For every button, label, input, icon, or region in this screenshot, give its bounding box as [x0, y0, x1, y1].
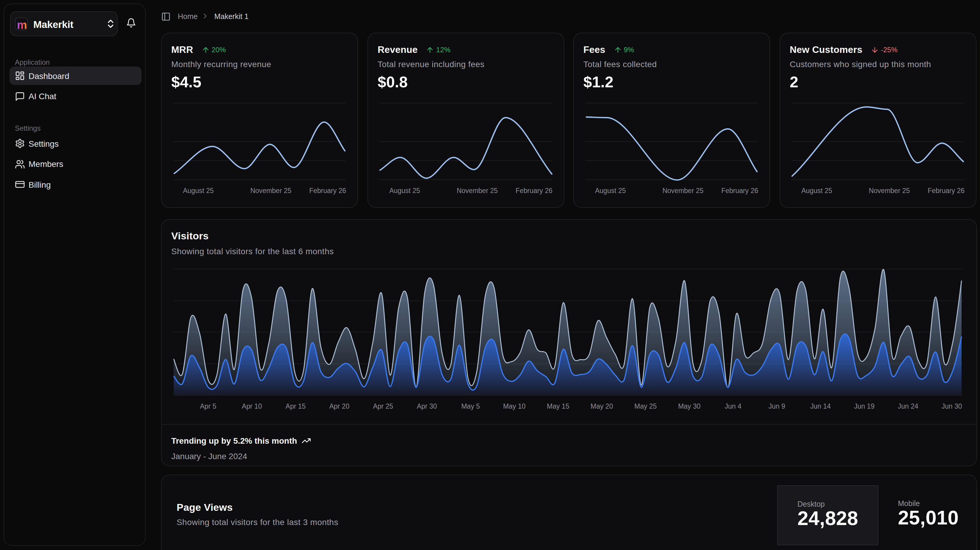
svg-text:m: m — [17, 19, 27, 30]
